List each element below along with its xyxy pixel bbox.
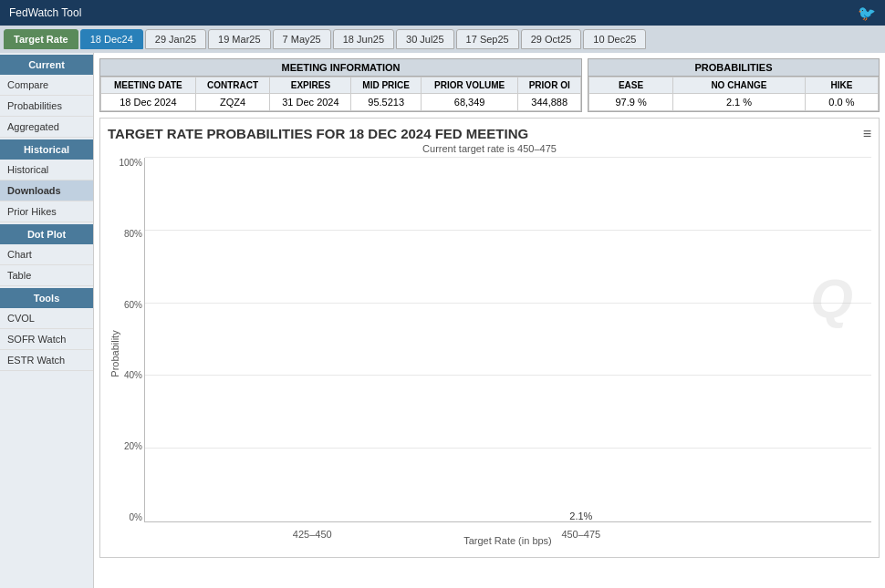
cell-expires: 31 Dec 2024 (270, 94, 351, 111)
sidebar-item-compare[interactable]: Compare (0, 75, 93, 96)
col-contract: CONTRACT (195, 77, 270, 94)
sidebar-item-table[interactable]: Table (0, 265, 93, 286)
chart-area: TARGET RATE PROBABILITIES FOR 18 DEC 202… (99, 118, 880, 558)
probabilities-table: EASE NO CHANGE HIKE 97.9 % 2.1 % 0.0 % (588, 77, 879, 111)
y-axis: 100% 80% 60% 40% 20% 0% (109, 158, 142, 522)
col-meeting-date: MEETING DATE (101, 77, 196, 94)
col-hike: HIKE (805, 77, 878, 94)
tab-17sep25[interactable]: 17 Sep25 (456, 29, 519, 49)
y-label-100: 100% (119, 158, 142, 168)
y-label-40: 40% (124, 370, 142, 380)
tab-7may25[interactable]: 7 May25 (273, 29, 331, 49)
sidebar-section-tools[interactable]: Tools (0, 288, 93, 308)
chart-subtitle: Current target rate is 450–475 (108, 143, 871, 154)
probabilities-header: PROBABILITIES (588, 59, 879, 77)
sidebar-item-cvol[interactable]: CVOL (0, 308, 93, 329)
sidebar-item-prior-hikes[interactable]: Prior Hikes (0, 201, 93, 222)
main-layout: Current Compare Probabilities Aggregated… (0, 53, 885, 588)
sidebar-section-dot-plot[interactable]: Dot Plot (0, 224, 93, 244)
tab-19mar25[interactable]: 19 Mar25 (208, 29, 270, 49)
gridline-40 (145, 375, 871, 376)
sidebar-section-historical[interactable]: Historical (0, 139, 93, 160)
tab-29oct25[interactable]: 29 Oct25 (521, 29, 582, 49)
gridline-60 (145, 303, 871, 304)
cell-meeting-date: 18 Dec 2024 (101, 94, 196, 111)
chart-menu-icon[interactable]: ≡ (863, 126, 871, 142)
cell-no-change: 2.1 % (673, 94, 806, 111)
cell-ease: 97.9 % (589, 94, 673, 111)
sidebar-item-sofr-watch[interactable]: SOFR Watch (0, 329, 93, 350)
app-title: FedWatch Tool (9, 6, 81, 19)
gridline-100 (145, 157, 871, 158)
sidebar-item-probabilities[interactable]: Probabilities (0, 96, 93, 117)
header: FedWatch Tool 🐦 (0, 0, 885, 26)
x-axis-title: Target Rate (in bps) (144, 535, 871, 546)
col-expires: EXPIRES (270, 77, 351, 94)
cell-mid-price: 95.5213 (351, 94, 421, 111)
tab-10dec25[interactable]: 10 Dec25 (583, 29, 646, 49)
sidebar-item-downloads[interactable]: Downloads (0, 181, 93, 201)
table-row: 18 Dec 2024 ZQZ4 31 Dec 2024 95.5213 68,… (101, 94, 581, 111)
sidebar-section-current[interactable]: Current (0, 55, 93, 75)
sidebar: Current Compare Probabilities Aggregated… (0, 53, 94, 588)
twitter-icon[interactable]: 🐦 (858, 5, 876, 22)
y-label-0: 0% (130, 512, 142, 522)
col-prior-oi: PRIOR OI (518, 77, 581, 94)
tab-29jan25[interactable]: 29 Jan25 (145, 29, 206, 49)
tab-18jun25[interactable]: 18 Jun25 (333, 29, 394, 49)
meeting-info-header: MEETING INFORMATION (100, 59, 581, 77)
sidebar-item-aggregated[interactable]: Aggregated (0, 117, 93, 138)
sidebar-item-estr-watch[interactable]: ESTR Watch (0, 350, 93, 371)
tab-target-rate[interactable]: Target Rate (4, 29, 78, 49)
col-mid-price: MID PRICE (351, 77, 421, 94)
sidebar-item-chart[interactable]: Chart (0, 244, 93, 265)
probabilities-box: PROBABILITIES EASE NO CHANGE HIKE 97.9 %… (588, 58, 880, 112)
y-label-60: 60% (124, 300, 142, 310)
tabbar: Target Rate 18 Dec24 29 Jan25 19 Mar25 7… (0, 26, 885, 53)
chart-title: TARGET RATE PROBABILITIES FOR 18 DEC 202… (108, 126, 871, 141)
tab-30jul25[interactable]: 30 Jul25 (396, 29, 454, 49)
watermark: Q (810, 267, 853, 330)
sidebar-item-historical[interactable]: Historical (0, 160, 93, 181)
meeting-info-table: MEETING DATE CONTRACT EXPIRES MID PRICE … (100, 77, 581, 111)
cell-hike: 0.0 % (805, 94, 878, 111)
tab-18dec24[interactable]: 18 Dec24 (80, 29, 143, 49)
meeting-info-section: MEETING INFORMATION MEETING DATE CONTRAC… (99, 58, 880, 112)
content-area: MEETING INFORMATION MEETING DATE CONTRAC… (94, 53, 885, 588)
col-no-change: NO CHANGE (673, 77, 806, 94)
gridline-80 (145, 230, 871, 231)
bar-label-450-475: 2.1% (569, 511, 592, 521)
chart-container: Probability 100% 80% 60% 40% 20% 0% (144, 158, 871, 550)
cell-prior-volume: 68,349 (421, 94, 518, 111)
col-ease: EASE (589, 77, 673, 94)
y-label-80: 80% (124, 229, 142, 239)
prob-row: 97.9 % 2.1 % 0.0 % (589, 94, 879, 111)
chart-plot: Q 97.9% 425–450 2.1% 450–475 (144, 158, 871, 522)
y-label-20: 20% (124, 441, 142, 451)
cell-prior-oi: 344,888 (518, 94, 581, 111)
meeting-info-box: MEETING INFORMATION MEETING DATE CONTRAC… (99, 58, 582, 112)
cell-contract: ZQZ4 (195, 94, 270, 111)
col-prior-volume: PRIOR VOLUME (421, 77, 518, 94)
gridline-20 (145, 448, 871, 449)
